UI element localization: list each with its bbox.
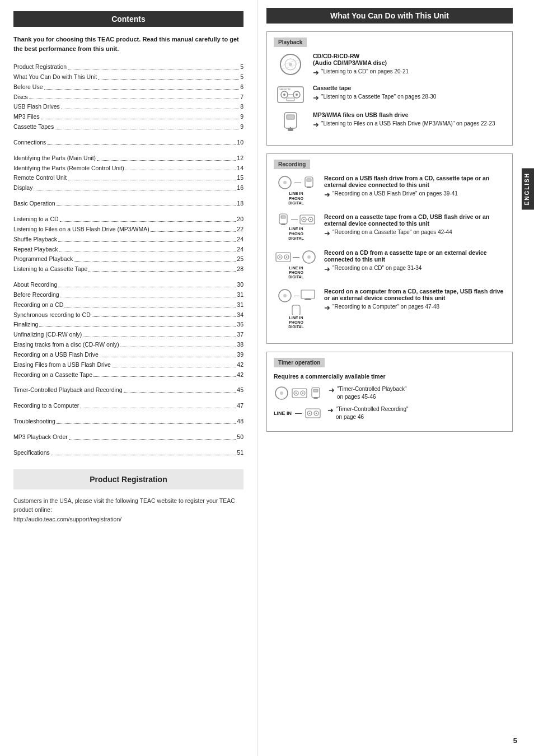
rec-icon-cd-to-cassette: — LINE INPHONODIGITAL [274,213,318,241]
toc-item: Product Registration 5 [13,62,243,72]
timer-panel: Timer operation Requires a commercially … [266,352,513,432]
toc-item: Identifying the Parts (Remote Control Un… [13,164,243,174]
toc-item: Erasing tracks from a disc (CD-RW only) … [13,340,243,350]
toc-group-10: MP3 Playback Order 50 [13,432,243,442]
toc-item: MP3 Files 9 [13,112,243,122]
rec-item-3: — LINE INPHONODIGITAL Record on a CD fro… [274,249,505,280]
toc-item: Cassette Tapes 9 [13,122,243,132]
toc-group-2: Connections 10 [13,138,243,148]
toc-group-3: Identifying the Parts (Main Unit) 12 Ide… [13,153,243,193]
toc-item: Finalizing 36 [13,320,243,330]
toc-item: Recording to a Computer 47 [13,401,243,411]
playback-panel: Playback CD/CD-R/CD-RW(Audio CD/MP3/WMA … [266,31,513,146]
product-registration-header: Product Registration [13,469,243,489]
timer-tag: Timer operation [274,358,325,367]
cd-feature-text: CD/CD-R/CD-RW(Audio CD/MP3/WMA disc) ➜ "… [313,53,505,78]
main-header: What You Can Do with This Unit [266,8,513,24]
toc-item: Recording on a Cassette Tape 42 [13,370,243,380]
recording-tag: Recording [274,160,310,169]
toc-item: Before Recording 31 [13,290,243,300]
rec-text-2: Record on a cassette tape from a CD, USB… [324,213,505,239]
timer-item-2: LINE IN — ➜ "Timer-Controlled Recording"… [274,405,505,421]
svg-rect-42 [292,305,300,315]
svg-point-17 [283,181,287,184]
toc-item: Basic Operation 18 [13,199,243,209]
svg-point-36 [307,255,311,259]
rec-icon-to-computer: — LINE INPHO [274,288,318,330]
svg-point-28 [310,219,311,220]
svg-rect-41 [305,299,311,300]
intro-text: Thank you for choosing this TEAC product… [13,35,243,53]
playback-tag: Playback [274,38,307,47]
side-tab-label: ENGLISH [524,172,530,205]
svg-point-57 [316,413,317,414]
svg-rect-13 [287,115,294,119]
usb-icon [274,111,307,133]
toc-item-specifications: Specifications 51 [13,448,243,458]
svg-rect-20 [307,186,311,188]
side-tab-english: ENGLISH [522,168,534,209]
svg-point-8 [296,94,298,96]
svg-point-38 [283,294,287,297]
svg-rect-30 [276,253,291,262]
product-reg-text: Customers in the USA, please visit the f… [13,496,243,524]
toc-item: Recording on a USB Flash Drive 39 [13,350,243,360]
toc-item: Erasing Files from a USB Flash Drive 42 [13,360,243,370]
rec-icon-cassette-to-cd: — LINE INPHONODIGITAL [274,249,318,280]
rec-text-3: Record on a CD from a cassette tape or a… [324,249,505,274]
svg-rect-22 [281,216,285,218]
svg-rect-45 [292,389,307,398]
timer-title: Requires a commercially available timer [274,373,505,380]
rec-icon-cd-to-usb: — LINE INPHONODIGITAL [274,175,318,206]
feature-cd: CD/CD-R/CD-RW(Audio CD/MP3/WMA disc) ➜ "… [274,53,505,78]
toc-item: Programmed Playback 25 [13,254,243,264]
contents-header: Contents [13,11,243,27]
cd-icon [274,53,307,76]
toc-group-8: Recording to a Computer 47 [13,401,243,411]
cassette-feature-text: Cassette tape ➜ "Listening to a Cassette… [313,85,505,103]
toc-item: Before Use 6 [13,82,243,92]
svg-rect-23 [281,223,285,225]
svg-rect-51 [313,389,318,392]
toc-item: Connections 10 [13,138,243,148]
svg-point-27 [303,219,305,220]
svg-point-7 [283,94,285,96]
toc-group-11: Specifications 51 [13,448,243,458]
toc-group-5: Listening to a CD 20 Listening to Files … [13,214,243,274]
rec-item-1: — LINE INPHONODIGITAL Record on a USB fl… [274,175,505,206]
svg-rect-10 [287,98,294,101]
svg-point-49 [302,393,303,394]
rec-item-2: — LINE INPHONODIGITAL Record on a c [274,213,505,241]
rec-item-4: — LINE INPHO [274,288,505,330]
page-number: 5 [513,736,517,745]
toc-item: Display 16 [13,183,243,193]
toc-item: Synchronous recording to CD 34 [13,310,243,320]
svg-rect-52 [313,397,318,399]
toc-item: About Recording 30 [13,280,243,290]
toc-group-7: Timer-Controlled Playback and Recording … [13,385,243,395]
svg-point-56 [309,413,310,414]
toc-item: Listening to a CD 20 [13,214,243,225]
svg-point-33 [279,256,280,257]
rec-text-1: Record on a USB flash drive from a CD, c… [324,175,505,200]
toc-item: Remote Control Unit 15 [13,173,243,183]
toc-item: What You Can Do with This Unit 5 [13,72,243,82]
toc-group-1: Product Registration 5 What You Can Do w… [13,62,243,132]
recording-panel: Recording — [266,153,513,344]
toc-item: Unfinalizing (CD-RW only) 37 [13,330,243,340]
toc-item: USB Flash Drives 8 [13,102,243,112]
toc-item: Timer-Controlled Playback and Recording … [13,385,243,395]
toc-item: Discs 7 [13,92,243,102]
timer-icons-1 [274,385,322,401]
svg-rect-39 [301,290,315,298]
toc-group-4: Basic Operation 18 [13,199,243,209]
svg-point-34 [286,256,287,257]
toc-item: Repeat Playback 24 [13,245,243,255]
timer-icons-2: LINE IN — [274,408,321,419]
usb-feature-text: MP3/WMA files on USB flash drive ➜ "List… [313,111,505,130]
left-column: Contents Thank you for choosing this TEA… [0,0,257,756]
toc-item: Identifying the Parts (Main Unit) 12 [13,153,243,164]
svg-rect-19 [307,179,311,181]
toc-item: Recording on a CD 31 [13,300,243,310]
right-column: What You Can Do with This Unit Playback [257,0,522,756]
